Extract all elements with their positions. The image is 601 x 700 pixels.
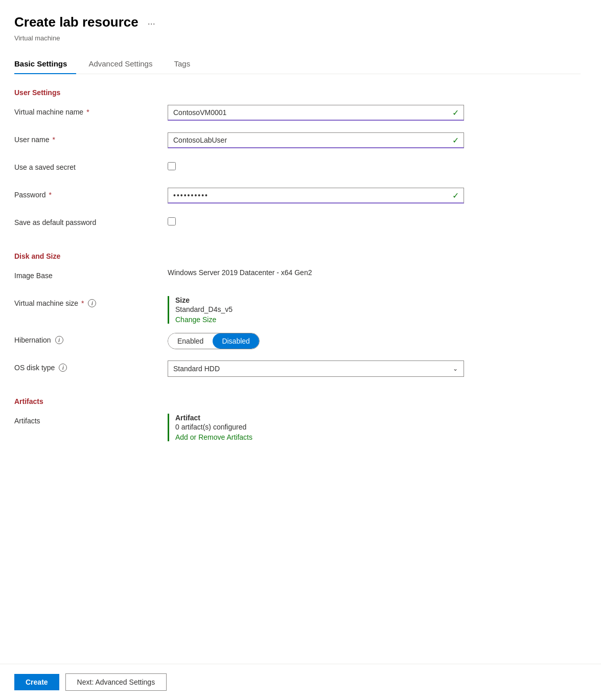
username-checkmark-icon: ✓	[452, 136, 459, 145]
vm-size-row: Virtual machine size * i Size Standard_D…	[14, 296, 581, 324]
vm-name-control: ✓	[168, 105, 464, 121]
os-disk-row: OS disk type i Standard HDD Standard SSD…	[14, 360, 581, 379]
size-value: Standard_D4s_v5	[175, 305, 464, 313]
vm-size-control: Size Standard_D4s_v5 Change Size	[168, 296, 464, 324]
ellipsis-menu-button[interactable]: ···	[148, 18, 155, 29]
os-disk-info-icon[interactable]: i	[59, 364, 67, 372]
tabs-bar: Basic Settings Advanced Settings Tags	[14, 54, 581, 74]
vm-size-block: Size Standard_D4s_v5 Change Size	[168, 296, 464, 324]
os-disk-select[interactable]: Standard HDD Standard SSD Premium SSD	[168, 360, 464, 377]
artifacts-section-title: Artifacts	[14, 397, 581, 405]
page-subtitle: Virtual machine	[14, 34, 581, 42]
artifact-block: Artifact 0 artifact(s) configured Add or…	[168, 414, 464, 441]
create-button[interactable]: Create	[14, 674, 59, 690]
vm-size-info-icon[interactable]: i	[88, 299, 96, 307]
vm-name-label: Virtual machine name *	[14, 105, 168, 116]
saved-secret-control	[168, 160, 464, 170]
next-advanced-settings-button[interactable]: Next: Advanced Settings	[65, 673, 167, 691]
image-base-label: Image Base	[14, 268, 168, 280]
image-base-value: Windows Server 2019 Datacenter - x64 Gen…	[168, 268, 464, 277]
username-input-wrapper: ✓	[168, 132, 464, 148]
vm-size-label: Virtual machine size * i	[14, 296, 168, 307]
artifacts-control: Artifact 0 artifact(s) configured Add or…	[168, 414, 464, 441]
save-password-checkbox[interactable]	[168, 217, 176, 225]
vm-name-row: Virtual machine name * ✓	[14, 105, 581, 123]
saved-secret-row: Use a saved secret	[14, 160, 581, 178]
saved-secret-checkbox[interactable]	[168, 162, 176, 170]
save-password-checkbox-wrapper	[168, 215, 464, 225]
username-required-star: *	[52, 136, 55, 144]
artifact-count: 0 artifact(s) configured	[175, 423, 464, 431]
username-control: ✓	[168, 132, 464, 148]
add-remove-artifacts-link[interactable]: Add or Remove Artifacts	[175, 433, 464, 441]
os-disk-control: Standard HDD Standard SSD Premium SSD ⌄	[168, 360, 464, 377]
tab-advanced-settings[interactable]: Advanced Settings	[88, 54, 161, 74]
footer: Create Next: Advanced Settings	[0, 664, 601, 700]
password-label: Password *	[14, 188, 168, 199]
hibernation-row: Hibernation i Enabled Disabled	[14, 333, 581, 351]
password-checkmark-icon: ✓	[452, 191, 459, 200]
image-base-row: Image Base Windows Server 2019 Datacente…	[14, 268, 581, 287]
password-required-star: *	[49, 191, 51, 199]
vm-size-required-star: *	[81, 299, 84, 307]
username-label: User name *	[14, 132, 168, 144]
artifact-heading: Artifact	[175, 414, 464, 422]
vm-name-checkmark-icon: ✓	[452, 108, 459, 118]
size-heading: Size	[175, 296, 464, 304]
password-control: ✓	[168, 188, 464, 204]
user-settings-section-title: User Settings	[14, 88, 581, 97]
hibernation-disabled-option[interactable]: Disabled	[213, 333, 259, 349]
tab-tags[interactable]: Tags	[174, 54, 199, 74]
vm-name-required-star: *	[86, 108, 89, 116]
hibernation-control: Enabled Disabled	[168, 333, 464, 349]
password-input[interactable]	[168, 188, 464, 204]
hibernation-label: Hibernation i	[14, 333, 168, 344]
artifacts-row: Artifacts Artifact 0 artifact(s) configu…	[14, 414, 581, 441]
hibernation-toggle-group: Enabled Disabled	[168, 333, 260, 349]
username-input[interactable]	[168, 132, 464, 148]
vm-name-input[interactable]	[168, 105, 464, 121]
save-password-control	[168, 215, 464, 225]
artifacts-label: Artifacts	[14, 414, 168, 425]
saved-secret-label: Use a saved secret	[14, 160, 168, 171]
save-password-label: Save as default password	[14, 215, 168, 227]
save-password-row: Save as default password	[14, 215, 581, 234]
saved-secret-checkbox-wrapper	[168, 160, 464, 170]
image-base-static: Windows Server 2019 Datacenter - x64 Gen…	[168, 265, 312, 277]
hibernation-enabled-option[interactable]: Enabled	[168, 333, 213, 349]
os-disk-select-wrapper: Standard HDD Standard SSD Premium SSD ⌄	[168, 360, 464, 377]
hibernation-info-icon[interactable]: i	[55, 336, 63, 344]
disk-size-section-title: Disk and Size	[14, 252, 581, 260]
password-input-wrapper: ✓	[168, 188, 464, 204]
vm-name-input-wrapper: ✓	[168, 105, 464, 121]
tab-basic-settings[interactable]: Basic Settings	[14, 54, 76, 74]
username-row: User name * ✓	[14, 132, 581, 151]
change-size-link[interactable]: Change Size	[175, 315, 464, 324]
page-title: Create lab resource	[14, 14, 138, 30]
os-disk-label: OS disk type i	[14, 360, 168, 372]
password-row: Password * ✓	[14, 188, 581, 206]
